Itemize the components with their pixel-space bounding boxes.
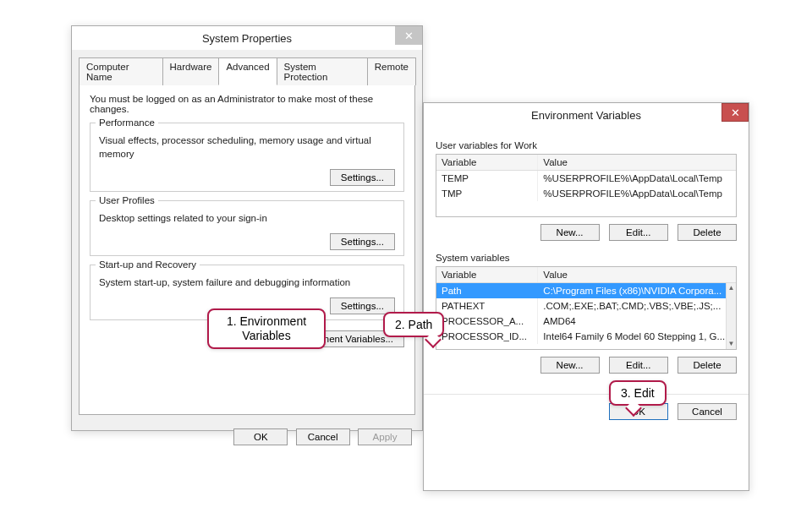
user-vars-table[interactable]: Variable Value TEMP %USERPROFILE%\AppDat… (436, 154, 737, 217)
callout-edit: 3. Edit (609, 380, 667, 406)
col-value[interactable]: Value (538, 267, 736, 282)
dialog-button-row: OK Cancel Apply (72, 422, 422, 452)
window-title: System Properties (72, 32, 422, 45)
tab-remote[interactable]: Remote (367, 57, 416, 85)
col-variable[interactable]: Variable (436, 267, 538, 282)
ok-button[interactable]: OK (233, 428, 288, 445)
cell-var: PATHEXT (436, 298, 538, 314)
system-vars-button-row: New... Edit... Delete (436, 357, 737, 374)
system-properties-window: System Properties ✕ Computer Name Hardwa… (71, 25, 423, 431)
table-header: Variable Value (436, 267, 736, 283)
group-title-startup: Start-up and Recovery (96, 259, 200, 270)
cell-val: AMD64 (538, 314, 736, 329)
system-edit-button[interactable]: Edit... (609, 357, 668, 374)
cell-val: %USERPROFILE%\AppData\Local\Temp (538, 171, 736, 186)
close-icon: ✕ (731, 106, 740, 119)
window-title: Environment Variables (424, 109, 749, 122)
startup-settings-button[interactable]: Settings... (330, 297, 395, 314)
user-profiles-settings-button[interactable]: Settings... (330, 233, 395, 250)
group-user-profiles: User Profiles Desktop settings related t… (90, 200, 404, 256)
group-performance: Performance Visual effects, processor sc… (90, 123, 404, 192)
admin-notice: You must be logged on as an Administrato… (90, 94, 404, 114)
group-title-user-profiles: User Profiles (96, 195, 158, 205)
titlebar: System Properties ✕ (72, 26, 422, 50)
col-variable[interactable]: Variable (436, 155, 538, 170)
cell-val: Intel64 Family 6 Model 60 Stepping 1, G.… (538, 329, 736, 344)
dialog-button-row: OK Cancel (424, 394, 749, 430)
user-vars-button-row: New... Edit... Delete (436, 224, 737, 241)
tab-body-advanced: You must be logged on as an Administrato… (79, 85, 415, 415)
close-button[interactable]: ✕ (721, 103, 749, 122)
cancel-button[interactable]: Cancel (678, 403, 737, 420)
user-new-button[interactable]: New... (540, 224, 600, 241)
cell-val: .COM;.EXE;.BAT;.CMD;.VBS;.VBE;.JS;... (538, 298, 736, 314)
cell-val: %USERPROFILE%\AppData\Local\Temp (538, 186, 736, 201)
apply-button[interactable]: Apply (358, 428, 412, 445)
table-row[interactable]: PROCESSOR_A... AMD64 (436, 314, 736, 329)
callout-env-vars: 1. Environment Variables (207, 308, 326, 349)
system-delete-button[interactable]: Delete (678, 357, 737, 374)
user-delete-button[interactable]: Delete (678, 224, 737, 241)
close-icon: ✕ (404, 30, 414, 42)
environment-variables-window: Environment Variables ✕ User variables f… (423, 102, 749, 491)
table-header: Variable Value (436, 155, 736, 171)
user-edit-button[interactable]: Edit... (609, 224, 668, 241)
cancel-button[interactable]: Cancel (296, 428, 350, 445)
cell-var: Path (436, 283, 538, 298)
cell-val: C:\Program Files (x86)\NVIDIA Corpora... (538, 283, 736, 298)
cell-var: TEMP (436, 171, 538, 186)
env-body: User variables for Work Variable Value T… (424, 127, 749, 394)
tab-hardware[interactable]: Hardware (162, 57, 220, 85)
scroll-down-icon[interactable]: ▼ (727, 339, 736, 349)
close-button[interactable]: ✕ (395, 26, 422, 45)
tab-system-protection[interactable]: System Protection (277, 57, 368, 85)
table-row[interactable]: PATHEXT .COM;.EXE;.BAT;.CMD;.VBS;.VBE;.J… (436, 298, 736, 314)
scroll-up-icon[interactable]: ▲ (727, 283, 736, 293)
table-row[interactable]: Path C:\Program Files (x86)\NVIDIA Corpo… (436, 283, 736, 298)
cell-var: TMP (436, 186, 538, 201)
table-row[interactable]: TEMP %USERPROFILE%\AppData\Local\Temp (436, 171, 736, 186)
scrollbar[interactable]: ▲ ▼ (726, 283, 736, 349)
startup-desc: System start-up, system failure and debu… (99, 276, 395, 289)
performance-settings-button[interactable]: Settings... (330, 169, 395, 186)
performance-desc: Visual effects, processor scheduling, me… (99, 134, 395, 161)
table-row[interactable]: PROCESSOR_ID... Intel64 Family 6 Model 6… (436, 329, 736, 344)
user-profiles-desc: Desktop settings related to your sign-in (99, 211, 395, 225)
tab-computer-name[interactable]: Computer Name (79, 57, 163, 85)
user-vars-label: User variables for Work (436, 140, 737, 150)
titlebar: Environment Variables ✕ (424, 103, 749, 127)
cell-var: PROCESSOR_ID... (436, 329, 538, 344)
tab-advanced[interactable]: Advanced (218, 57, 277, 85)
system-vars-label: System variables (436, 253, 737, 263)
system-vars-table[interactable]: Variable Value Path C:\Program Files (x8… (436, 266, 737, 350)
system-new-button[interactable]: New... (540, 357, 600, 374)
table-row[interactable]: TMP %USERPROFILE%\AppData\Local\Temp (436, 186, 736, 201)
group-title-performance: Performance (96, 117, 158, 128)
col-value[interactable]: Value (538, 155, 736, 170)
tab-strip: Computer Name Hardware Advanced System P… (79, 57, 415, 85)
cell-var: PROCESSOR_A... (436, 314, 538, 329)
